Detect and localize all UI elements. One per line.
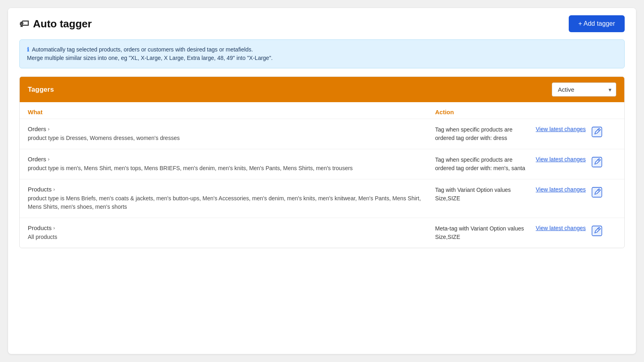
svg-rect-3 <box>592 226 602 236</box>
tagger-what-2: Orders › product type is men's, Mens Shi… <box>28 156 435 173</box>
chevron-right-icon: › <box>48 126 50 132</box>
tagger-description-4: All products <box>28 233 427 241</box>
edit-button-1[interactable] <box>590 125 603 138</box>
tagger-entity-3: Products › <box>28 186 427 193</box>
svg-rect-1 <box>592 157 602 167</box>
column-headers: What Action <box>20 102 624 119</box>
page-header: 🏷 Auto tagger + Add tagger <box>8 8 636 39</box>
table-row: Products › product type is Mens Briefs, … <box>20 179 624 218</box>
taggers-table-header: Taggers Active Inactive All ▾ <box>20 77 624 102</box>
table-row: Orders › product type is Dresses, Womens… <box>20 119 624 149</box>
table-row: Products › All products Meta-tag with Va… <box>20 218 624 248</box>
tagger-action-3: Tag with Variant Option values Size,SIZE <box>435 186 536 203</box>
tagger-links-3: View latest changes <box>536 186 616 199</box>
taggers-table: Taggers Active Inactive All ▾ What Actio… <box>19 76 625 248</box>
view-latest-link-4[interactable]: View latest changes <box>536 224 586 232</box>
status-dropdown[interactable]: Active Inactive All <box>552 82 616 97</box>
tagger-entity-2: Orders › <box>28 156 427 162</box>
edit-button-3[interactable] <box>590 186 603 199</box>
chevron-right-icon: › <box>48 156 50 162</box>
tag-icon: 🏷 <box>19 18 29 29</box>
status-dropdown-wrapper[interactable]: Active Inactive All ▾ <box>552 82 616 97</box>
page-title: 🏷 Auto tagger <box>19 18 92 30</box>
view-latest-link-1[interactable]: View latest changes <box>536 125 586 134</box>
tagger-action-1: Tag when specific products are ordered t… <box>435 125 536 142</box>
tagger-what-3: Products › product type is Mens Briefs, … <box>28 186 435 211</box>
tagger-what-4: Products › All products <box>28 224 435 241</box>
tagger-description-2: product type is men's, Mens Shirt, men's… <box>28 164 427 173</box>
col-what-header: What <box>28 109 435 115</box>
info-icon: ℹ <box>27 45 29 54</box>
tagger-description-1: product type is Dresses, Womens dresses,… <box>28 134 427 142</box>
svg-rect-0 <box>592 127 602 137</box>
col-action-header: Action <box>435 109 536 115</box>
edit-button-2[interactable] <box>590 156 603 169</box>
tagger-description-3: product type is Mens Briefs, men's coats… <box>28 194 427 211</box>
tagger-links-1: View latest changes <box>536 125 616 138</box>
tagger-action-4: Meta-tag with Variant Option values Size… <box>435 224 536 241</box>
view-latest-link-3[interactable]: View latest changes <box>536 186 586 194</box>
chevron-right-icon: › <box>53 186 55 192</box>
tagger-links-4: View latest changes <box>536 224 616 237</box>
chevron-right-icon: › <box>53 225 55 231</box>
taggers-header-title: Taggers <box>28 86 54 94</box>
info-banner: ℹ Automatically tag selected products, o… <box>19 39 625 68</box>
table-row: Orders › product type is men's, Mens Shi… <box>20 149 624 179</box>
tagger-entity-4: Products › <box>28 224 427 231</box>
svg-rect-2 <box>592 187 602 197</box>
tagger-entity-1: Orders › <box>28 125 427 132</box>
view-latest-link-2[interactable]: View latest changes <box>536 156 586 164</box>
add-tagger-button[interactable]: + Add tagger <box>569 15 625 32</box>
edit-button-4[interactable] <box>590 224 603 237</box>
tagger-action-2: Tag when specific products are ordered t… <box>435 156 536 173</box>
tagger-what-1: Orders › product type is Dresses, Womens… <box>28 125 435 142</box>
tagger-links-2: View latest changes <box>536 156 616 169</box>
